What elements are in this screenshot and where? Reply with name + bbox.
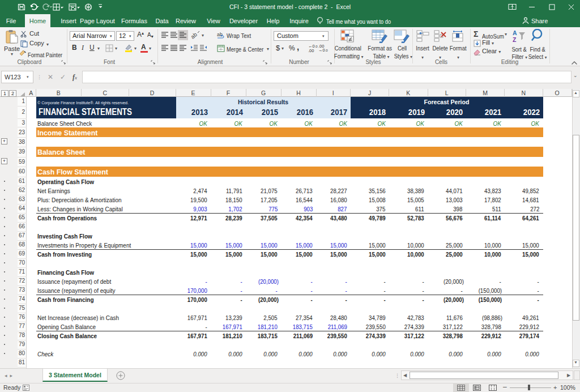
svg-text:ab: ab bbox=[217, 32, 223, 37]
svg-text:Z: Z bbox=[513, 36, 517, 43]
svg-text:A: A bbox=[513, 29, 517, 36]
svg-text:ab: ab bbox=[191, 31, 198, 39]
